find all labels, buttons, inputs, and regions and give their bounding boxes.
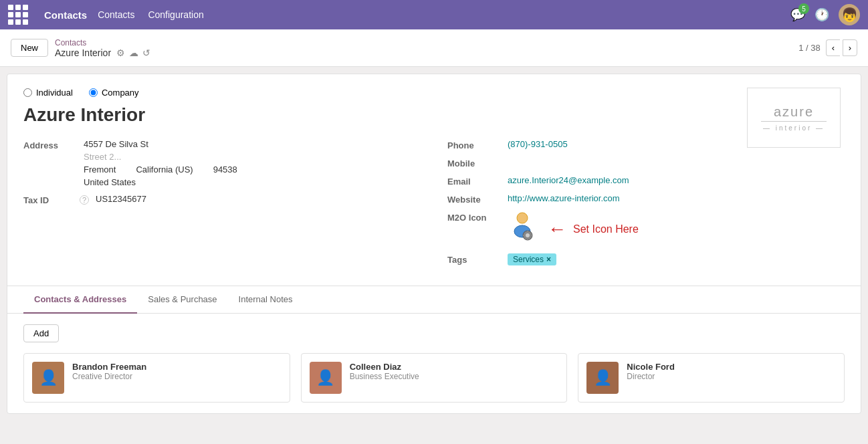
website-field-row: Website http://www.azure-interior.com bbox=[447, 193, 845, 205]
address-block: 4557 De Silva St Street 2... Fremont Cal… bbox=[84, 139, 237, 187]
contact-name-0: Brandon Freeman bbox=[72, 362, 146, 372]
nav-configuration[interactable]: Configuration bbox=[148, 9, 203, 20]
contact-avatar-0: 👤 bbox=[32, 362, 64, 394]
type-individual-label[interactable]: Individual bbox=[23, 88, 73, 98]
m2o-icon-area: ← Set Icon Here bbox=[508, 211, 639, 247]
svg-point-3 bbox=[526, 233, 530, 237]
svg-rect-6 bbox=[523, 235, 526, 236]
m2o-icon-svg bbox=[508, 211, 537, 241]
logo-text-interior: — interior — bbox=[761, 121, 827, 132]
user-avatar[interactable]: 👦 bbox=[839, 4, 860, 25]
email-value[interactable]: azure.Interior24@example.com bbox=[508, 175, 629, 185]
type-company-radio[interactable] bbox=[89, 88, 98, 97]
m2o-field-row: M2O Icon bbox=[447, 211, 845, 247]
nav-arrows: ‹ › bbox=[826, 39, 857, 56]
contact-title-2: Director bbox=[627, 372, 675, 381]
prev-button[interactable]: ‹ bbox=[826, 39, 840, 56]
website-label: Website bbox=[447, 193, 501, 205]
breadcrumb-current: Azure Interior bbox=[55, 47, 111, 58]
tag-remove-button[interactable]: × bbox=[546, 255, 551, 264]
app-grid-icon[interactable] bbox=[8, 5, 28, 25]
country-field: United States bbox=[84, 177, 237, 187]
new-button[interactable]: New bbox=[11, 39, 48, 57]
logo-text-azure: azure bbox=[774, 104, 814, 120]
email-label: Email bbox=[447, 175, 501, 187]
website-value[interactable]: http://www.azure-interior.com bbox=[508, 193, 620, 203]
company-logo-box: azure — interior — bbox=[747, 88, 841, 148]
tab-contacts-addresses[interactable]: Contacts & Addresses bbox=[23, 286, 137, 314]
notification-badge: 5 bbox=[798, 3, 809, 14]
tags-label: Tags bbox=[447, 253, 501, 265]
zip-field: 94538 bbox=[213, 164, 237, 175]
breadcrumb-parent[interactable]: Contacts bbox=[55, 38, 150, 47]
nav-contacts[interactable]: Contacts bbox=[98, 9, 134, 20]
form-right-column: Phone (870)-931-0505 Mobile Email azure.… bbox=[447, 139, 845, 272]
type-company-label[interactable]: Company bbox=[89, 88, 139, 98]
m2o-label: M2O Icon bbox=[447, 211, 501, 223]
contact-info-1: Colleen Diaz Business Executive bbox=[350, 362, 419, 381]
contact-info-0: Brandon Freeman Creative Director bbox=[72, 362, 146, 381]
taxid-field-row: Tax ID ? US12345677 bbox=[23, 194, 421, 205]
refresh-icon[interactable]: ↺ bbox=[142, 47, 150, 58]
contact-card-2: 👤 Nicole Ford Director bbox=[578, 353, 845, 403]
city-field: Fremont bbox=[84, 164, 116, 175]
contact-avatar-1: 👤 bbox=[310, 362, 342, 394]
address-field-row: Address 4557 De Silva St Street 2... Fre… bbox=[23, 139, 421, 187]
taxid-value: US12345677 bbox=[96, 194, 146, 204]
address-line2[interactable]: Street 2... bbox=[84, 152, 237, 162]
phone-label: Phone bbox=[447, 139, 501, 150]
contact-name-2: Nicole Ford bbox=[627, 362, 675, 372]
m2o-icon-figure[interactable] bbox=[508, 211, 537, 247]
main-content-area: azure — interior — Individual Company Az… bbox=[7, 74, 861, 414]
address-city-row: Fremont California (US) 94538 bbox=[84, 164, 237, 175]
tab-internal-notes[interactable]: Internal Notes bbox=[228, 286, 304, 314]
phone-value[interactable]: (870)-931-0505 bbox=[508, 139, 568, 149]
notification-icon[interactable]: 💬 5 bbox=[790, 7, 805, 22]
taxid-label: Tax ID bbox=[23, 194, 77, 205]
top-navigation: Contacts Contacts Configuration 💬 5 🕐 👦 bbox=[0, 0, 868, 29]
set-icon-label: Set Icon Here bbox=[573, 223, 639, 235]
taxid-help-icon[interactable]: ? bbox=[80, 195, 89, 205]
pagination-label: 1 / 38 bbox=[798, 43, 821, 53]
contact-title-0: Creative Director bbox=[72, 372, 146, 381]
address-line1: 4557 De Silva St bbox=[84, 139, 237, 149]
arrow-icon: ← bbox=[548, 219, 566, 240]
mobile-field-row: Mobile bbox=[447, 157, 845, 169]
email-field-row: Email azure.Interior24@example.com bbox=[447, 175, 845, 187]
tags-field-row: Tags Services × bbox=[447, 253, 845, 265]
contact-title-1: Business Executive bbox=[350, 372, 419, 381]
contact-type-selector: Individual Company bbox=[23, 88, 845, 98]
state-field: California (US) bbox=[136, 164, 193, 175]
contact-card-1: 👤 Colleen Diaz Business Executive bbox=[301, 353, 568, 403]
form-left-column: Address 4557 De Silva St Street 2... Fre… bbox=[23, 139, 421, 272]
contact-name-1: Colleen Diaz bbox=[350, 362, 419, 372]
breadcrumb-bar: New Contacts Azure Interior ⚙ ☁ ↺ 1 / 38… bbox=[0, 29, 868, 67]
cloud-icon[interactable]: ☁ bbox=[129, 47, 138, 58]
company-name: Azure Interior bbox=[23, 104, 845, 126]
gear-icon[interactable]: ⚙ bbox=[116, 47, 125, 58]
contact-cards-row: 👤 Brandon Freeman Creative Director 👤 Co… bbox=[23, 353, 845, 403]
app-title: Contacts bbox=[44, 9, 87, 21]
services-tag: Services × bbox=[508, 253, 556, 265]
mobile-label: Mobile bbox=[447, 157, 501, 169]
next-button[interactable]: › bbox=[843, 39, 857, 56]
tabs-bar: Contacts & Addresses Sales & Purchase In… bbox=[7, 286, 861, 313]
tab-content-contacts: Add 👤 Brandon Freeman Creative Director … bbox=[7, 313, 861, 413]
add-button[interactable]: Add bbox=[23, 324, 59, 342]
contact-info-2: Nicole Ford Director bbox=[627, 362, 675, 381]
set-icon-annotation: ← Set Icon Here bbox=[548, 219, 639, 240]
contact-card-0: 👤 Brandon Freeman Creative Director bbox=[23, 353, 290, 403]
tab-sales-purchase[interactable]: Sales & Purchase bbox=[137, 286, 227, 314]
contact-form: azure — interior — Individual Company Az… bbox=[7, 74, 861, 286]
contact-avatar-2: 👤 bbox=[586, 362, 619, 394]
svg-rect-7 bbox=[530, 235, 532, 236]
type-individual-radio[interactable] bbox=[23, 88, 32, 97]
form-columns: Address 4557 De Silva St Street 2... Fre… bbox=[23, 139, 845, 272]
svg-rect-5 bbox=[527, 237, 528, 240]
address-label: Address bbox=[23, 139, 77, 150]
svg-rect-4 bbox=[527, 231, 528, 233]
tag-services-label: Services bbox=[513, 255, 544, 264]
svg-point-0 bbox=[517, 213, 528, 223]
clock-icon[interactable]: 🕐 bbox=[815, 7, 829, 22]
